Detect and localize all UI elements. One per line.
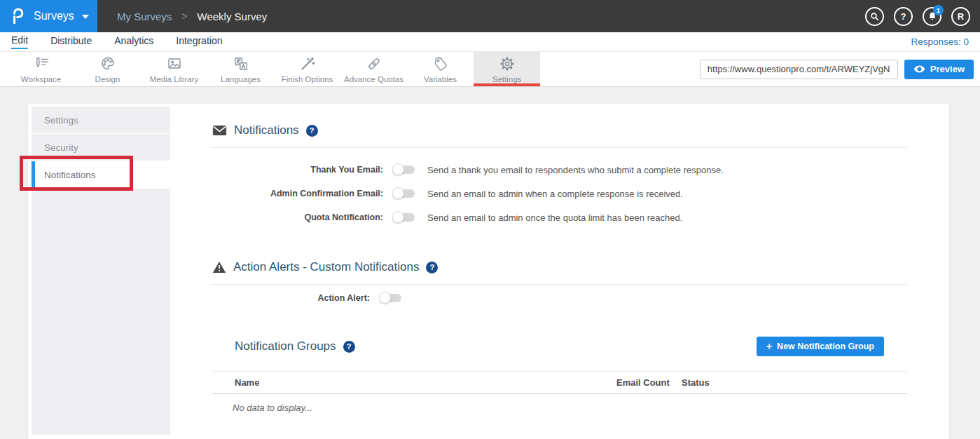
tab-analytics[interactable]: Analytics: [114, 35, 153, 48]
toolbar-item-finish-options[interactable]: Finish Options: [274, 52, 340, 86]
survey-url-input[interactable]: [700, 60, 898, 79]
notifications-section-header: Notifications ?: [212, 122, 907, 139]
toggle-knob: [379, 292, 391, 304]
tag-icon: [432, 55, 449, 73]
page-body: Settings Security Notifications Notif: [0, 88, 980, 439]
sidebar-item-settings[interactable]: Settings: [32, 107, 170, 133]
gear-icon: [499, 55, 516, 73]
translate-icon: [233, 55, 249, 73]
edit-toolbar: Workspace Design Media Library: [0, 52, 980, 87]
divider: [212, 147, 907, 148]
topbar: Surveys My Surveys > Weekly Survey ?: [0, 0, 980, 32]
tab-distribute[interactable]: Distribute: [50, 35, 92, 48]
notifications-section-title: Notifications: [234, 123, 299, 137]
sidebar-filler: [32, 189, 170, 435]
palette-icon: [99, 55, 116, 73]
plus-icon: +: [766, 341, 772, 352]
sidebar-item-security[interactable]: Security: [32, 134, 170, 161]
quota-notification-toggle[interactable]: [394, 213, 415, 222]
notifications-button[interactable]: 1: [923, 7, 941, 26]
notification-groups-header: Notification Groups ? + New Notification…: [212, 337, 907, 356]
search-button[interactable]: [865, 7, 884, 26]
breadcrumb: My Surveys > Weekly Survey: [97, 0, 865, 32]
empty-table-message: No data to display...: [233, 403, 907, 413]
questionpro-logo-icon: [9, 7, 27, 25]
action-alert-row: Action Alert:: [212, 286, 907, 310]
product-name: Surveys: [34, 10, 74, 22]
notification-toggle-rows: Thank You Email: Send a thank you email …: [212, 158, 907, 229]
notification-groups-title: Notification Groups: [235, 339, 336, 353]
breadcrumb-current-survey: Weekly Survey: [198, 11, 268, 22]
action-alerts-section-title: Action Alerts - Custom Notifications: [233, 260, 419, 274]
eye-icon: [913, 65, 925, 74]
toolbar-item-languages[interactable]: Languages: [207, 52, 274, 86]
avatar-initial: R: [958, 11, 964, 22]
column-header-email-count: Email Count: [616, 377, 682, 388]
toolbar-item-settings[interactable]: Settings: [474, 52, 540, 86]
breadcrumb-separator: >: [181, 11, 187, 22]
tab-integration[interactable]: Integration: [176, 35, 222, 48]
product-switcher[interactable]: Surveys: [0, 0, 97, 32]
notification-count-badge: 1: [933, 5, 944, 15]
search-icon: [869, 11, 880, 22]
sidebar-item-notifications[interactable]: Notifications: [32, 161, 170, 188]
toolbar-item-workspace[interactable]: Workspace: [8, 52, 74, 86]
help-button[interactable]: ?: [894, 7, 913, 26]
warning-triangle-icon: [212, 261, 226, 273]
action-alerts-section: Action Alerts - Custom Notifications ? A…: [212, 259, 907, 310]
topbar-icons: ? 1 R: [865, 0, 980, 32]
divider: [212, 284, 907, 285]
settings-sidebar: Settings Security Notifications: [32, 107, 170, 435]
image-icon: [166, 55, 183, 73]
tab-edit[interactable]: Edit: [11, 34, 28, 49]
notification-groups-help-icon[interactable]: ?: [343, 341, 355, 353]
envelope-icon: [212, 125, 227, 136]
responses-count[interactable]: Responses: 0: [911, 36, 969, 47]
wand-icon: [299, 55, 316, 73]
new-notification-group-button[interactable]: + New Notification Group: [757, 337, 884, 356]
toolbar-item-variables[interactable]: Variables: [407, 52, 474, 86]
toggle-knob: [392, 211, 404, 223]
column-header-name: Name: [235, 377, 616, 388]
action-alerts-help-icon[interactable]: ?: [426, 262, 438, 273]
preview-button[interactable]: Preview: [904, 60, 974, 79]
settings-card: Settings Security Notifications Notif: [28, 104, 949, 439]
toolbar-item-design[interactable]: Design: [74, 52, 141, 86]
chain-icon: [366, 55, 382, 73]
quota-notification-row: Quota Notification: Send an email to adm…: [212, 205, 907, 229]
avatar[interactable]: R: [951, 7, 970, 26]
thank-you-email-row: Thank You Email: Send a thank you email …: [212, 158, 907, 182]
breadcrumb-my-surveys[interactable]: My Surveys: [117, 11, 172, 22]
table-header-row: Name Email Count Status: [212, 371, 907, 394]
survey-nav: Edit Distribute Analytics Integration Re…: [0, 32, 980, 52]
toggle-knob: [392, 163, 404, 175]
notifications-panel: Notifications ? Thank You Email: Send a …: [170, 104, 949, 413]
workspace-icon: [33, 55, 50, 73]
action-alert-toggle[interactable]: [380, 294, 401, 302]
toolbar-item-advance-quotas[interactable]: Advance Quotas: [340, 52, 407, 86]
admin-confirmation-email-row: Admin Confirmation Email: Send an email …: [212, 182, 907, 205]
question-mark-icon: ?: [901, 11, 906, 22]
toolbar-right: Preview: [700, 52, 980, 86]
thank-you-email-toggle[interactable]: [394, 166, 415, 174]
action-alerts-section-header: Action Alerts - Custom Notifications ?: [212, 259, 907, 276]
admin-confirmation-email-toggle[interactable]: [394, 189, 415, 198]
column-header-status: Status: [682, 377, 710, 388]
notification-groups-table: Name Email Count Status No data to displ…: [212, 371, 907, 413]
notifications-help-icon[interactable]: ?: [306, 125, 318, 137]
notification-groups-title-wrap: Notification Groups ?: [235, 339, 355, 353]
toolbar-item-media-library[interactable]: Media Library: [141, 52, 207, 86]
chevron-down-icon: [82, 15, 89, 19]
toggle-knob: [392, 187, 404, 199]
